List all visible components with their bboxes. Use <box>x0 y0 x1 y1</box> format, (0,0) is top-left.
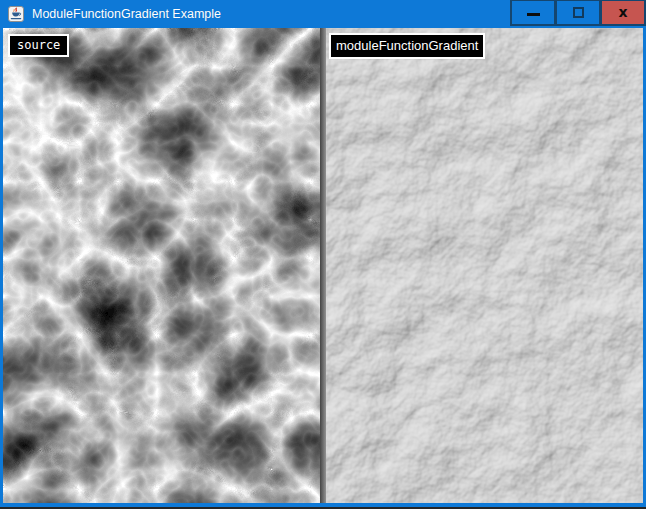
gradient-image-label: moduleFunctionGradient <box>329 33 485 59</box>
close-icon: x <box>618 5 627 19</box>
gradient-image-panel: moduleFunctionGradient <box>326 28 643 503</box>
maximize-button[interactable] <box>555 0 601 26</box>
app-window: ModuleFunctionGradient Example x source <box>0 0 646 507</box>
maximize-icon <box>573 7 584 18</box>
module-function-gradient-image <box>326 28 643 503</box>
content-area: source <box>3 28 643 503</box>
minimize-icon <box>527 13 540 16</box>
titlebar[interactable]: ModuleFunctionGradient Example x <box>0 0 646 28</box>
minimize-button[interactable] <box>510 0 556 26</box>
source-noise-image <box>3 28 320 503</box>
window-controls: x <box>510 0 646 27</box>
java-coffee-cup-icon <box>8 6 24 22</box>
source-image-label: source <box>8 34 69 57</box>
close-button[interactable]: x <box>600 0 646 26</box>
source-image-panel: source <box>3 28 320 503</box>
window-title: ModuleFunctionGradient Example <box>32 0 221 28</box>
